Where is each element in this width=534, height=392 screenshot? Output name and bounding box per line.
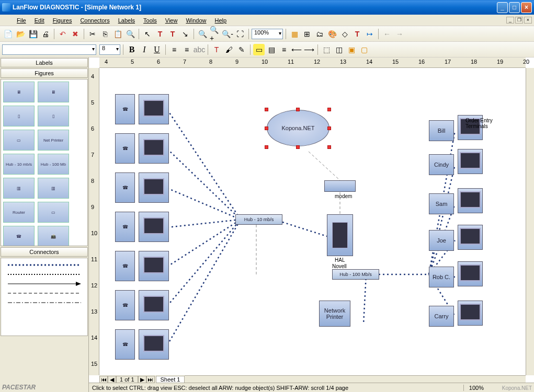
labels-panel-header[interactable]: Labels — [1, 58, 88, 67]
text-color-button[interactable]: T — [211, 44, 222, 55]
menu-window[interactable]: Window — [181, 16, 210, 25]
menu-connectors[interactable]: Connectors — [76, 16, 113, 25]
node-monitor-4[interactable] — [139, 212, 169, 242]
sheet-tab-1[interactable]: Sheet 1 — [156, 376, 185, 383]
shape-tower1[interactable]: ▯ — [3, 106, 35, 126]
front-button[interactable]: ▣ — [346, 44, 357, 55]
sheet-prev[interactable]: ◀ — [108, 376, 116, 383]
shape-hub[interactable]: ▭ — [3, 130, 35, 151]
node-server[interactable] — [327, 214, 353, 256]
menu-figures[interactable]: Figures — [49, 16, 76, 25]
fontsize-combo[interactable]: 8 — [99, 44, 120, 55]
arrow-right-button[interactable]: ⟶ — [303, 44, 315, 55]
selection-handle-se[interactable] — [327, 145, 331, 149]
node-phone-5[interactable]: ☎ — [115, 251, 135, 281]
back-button[interactable]: ← — [381, 28, 393, 40]
zoom-combo[interactable]: 100% — [252, 29, 283, 39]
bold-button[interactable]: B — [126, 44, 138, 55]
connectors-panel-header[interactable]: Connectors — [1, 247, 88, 257]
selection-handle-ne[interactable] — [327, 108, 331, 111]
connector-tool[interactable]: ↘ — [179, 28, 191, 40]
fill-color-button[interactable]: 🖌 — [223, 44, 235, 55]
shape-pc2[interactable]: 🖥 — [38, 82, 69, 102]
menu-labels[interactable]: Labels — [114, 16, 139, 25]
print-button[interactable]: 🖨 — [40, 28, 51, 40]
shape-fax[interactable]: 📠 — [38, 226, 69, 246]
node-phone-3[interactable]: ☎ — [115, 172, 135, 203]
node-terminal-carry-screen[interactable] — [458, 301, 483, 326]
minimize-button[interactable]: _ — [497, 2, 508, 13]
menu-edit[interactable]: Edit — [30, 16, 49, 25]
shape-server[interactable]: ▭ — [38, 202, 69, 223]
close-button[interactable]: × — [521, 2, 532, 13]
cut-button[interactable]: ✂ — [87, 28, 98, 40]
layers-button[interactable]: 🗂 — [314, 28, 325, 40]
connector-dotted[interactable] — [3, 270, 85, 279]
textstyle-button[interactable]: T — [351, 28, 363, 40]
sheet-next[interactable]: ▶ — [138, 376, 146, 383]
zoom-tool[interactable]: 🔍 — [197, 28, 208, 40]
shape-tower2[interactable]: ▯ — [38, 106, 69, 126]
paste-button[interactable]: 📋 — [112, 28, 123, 40]
mdi-restore[interactable]: ❐ — [515, 17, 523, 24]
node-phone-4[interactable]: ☎ — [115, 212, 135, 242]
node-monitor-5[interactable] — [139, 251, 169, 281]
forward-button[interactable]: → — [394, 28, 405, 40]
copy-button[interactable]: ⎘ — [99, 28, 111, 40]
selection-handle-e[interactable] — [327, 126, 331, 130]
sheet-last[interactable]: ⏭ — [146, 376, 155, 383]
shape-rack1[interactable]: ▥ — [3, 178, 35, 199]
menu-help[interactable]: Help — [211, 16, 231, 25]
new-button[interactable]: 📄 — [2, 28, 14, 40]
vertical-scrollbar[interactable] — [526, 68, 534, 375]
linestyle-a-button[interactable]: ▤ — [266, 44, 277, 55]
node-terminal-joe[interactable]: Joe — [429, 230, 454, 251]
italic-button[interactable]: I — [139, 44, 150, 55]
menu-view[interactable]: View — [161, 16, 182, 25]
node-monitor-7[interactable] — [139, 329, 169, 360]
save-button[interactable]: 💾 — [27, 28, 39, 40]
zoom-in-button[interactable]: 🔍+ — [209, 28, 221, 40]
flow-button[interactable]: ↦ — [364, 28, 376, 40]
connector-arrow[interactable] — [3, 279, 85, 289]
snap-button[interactable]: ⊞ — [301, 28, 313, 40]
node-monitor-6[interactable] — [139, 290, 169, 320]
menu-file[interactable]: File — [13, 16, 30, 25]
node-monitor-2[interactable] — [139, 133, 169, 164]
grid-button[interactable]: ▦ — [289, 28, 300, 40]
node-hub-100[interactable]: Hub - 100 Mb/s — [332, 269, 379, 280]
canvas[interactable]: ☎ ☎ ☎ ☎ ☎ ☎ ☎ Hub - 10 mb/s Kopona.NET — [99, 68, 526, 375]
node-terminal-carry[interactable]: Carry — [429, 306, 454, 327]
group-button[interactable]: ⬚ — [321, 44, 332, 55]
node-phone-6[interactable]: ☎ — [115, 290, 135, 320]
node-terminal-cindy[interactable]: Cindy — [429, 154, 454, 175]
node-phone-7[interactable]: ☎ — [115, 329, 135, 360]
node-printer[interactable]: Network Printer — [319, 301, 350, 327]
pointer-tool[interactable]: ↖ — [142, 28, 153, 40]
node-terminal-cindy-screen[interactable] — [458, 149, 483, 174]
shape-hub100[interactable]: Hub - 100 Mb — [38, 154, 69, 175]
selection-handle-n[interactable] — [296, 108, 300, 111]
label-button[interactable]: abc — [194, 44, 205, 55]
node-hub-10[interactable]: Hub - 10 mb/s — [235, 214, 282, 225]
node-terminal-bill[interactable]: Bill — [429, 120, 454, 141]
shapes-button[interactable]: ◇ — [339, 28, 350, 40]
selection-handle-sw[interactable] — [265, 145, 268, 149]
menu-tools[interactable]: Tools — [139, 16, 161, 25]
text-tool-a[interactable]: T — [154, 28, 166, 40]
line-color-button[interactable]: ✎ — [236, 44, 247, 55]
shape-netprinter[interactable]: Net Printer — [38, 130, 69, 151]
selection-handle-nw[interactable] — [265, 108, 268, 111]
sheet-first[interactable]: ⏮ — [99, 376, 108, 383]
connector-dotted-thick[interactable] — [3, 260, 85, 270]
selection-handle-w[interactable] — [265, 126, 268, 130]
text-tool-b[interactable]: T — [167, 28, 178, 40]
node-terminal-robc[interactable]: Rob C. — [429, 267, 454, 287]
linestyle-b-button[interactable]: ≡ — [278, 44, 290, 55]
ungroup-button[interactable]: ◫ — [333, 44, 345, 55]
align-center-button[interactable]: ≡ — [181, 44, 192, 55]
shape-phone[interactable]: ☎ — [3, 226, 35, 246]
connector-dashed[interactable] — [3, 289, 85, 298]
node-monitor-1[interactable] — [139, 94, 169, 124]
zoom-fit-button[interactable]: ⛶ — [234, 28, 246, 40]
